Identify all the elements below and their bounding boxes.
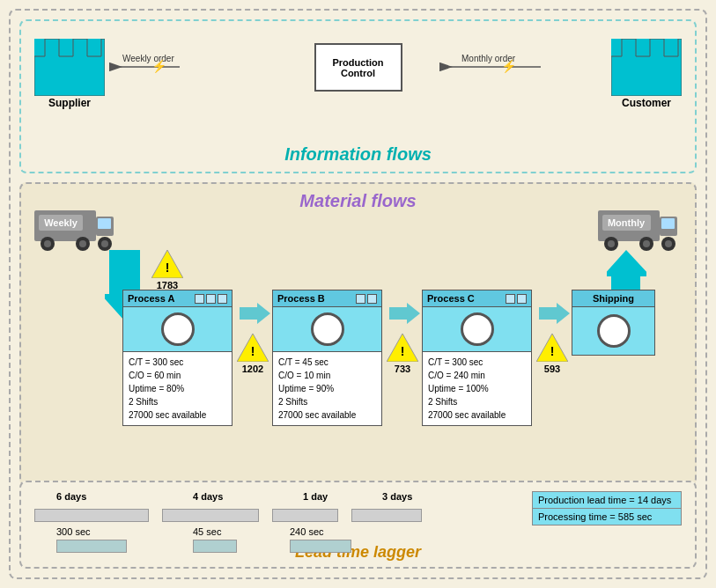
summary-box: Production lead time = 14 days Processin… [532, 491, 682, 526]
svg-rect-13 [98, 218, 111, 229]
material-flows-area: Material flows Weekly [19, 182, 697, 486]
process-a-label: Process A [128, 293, 174, 304]
process-b-shifts: 2 Shifts [278, 395, 376, 408]
info-flows-area: Information flows Supplier Customer Prod… [19, 19, 697, 173]
svg-point-30 [665, 240, 672, 247]
warning-733: ! 733 [387, 334, 418, 374]
material-flows-label: Material flows [299, 191, 416, 211]
process-a-uptime: Uptime = 80% [129, 382, 226, 395]
svg-text:Monthly: Monthly [608, 217, 646, 228]
process-b-ct: C/T = 45 sec [278, 356, 376, 369]
lead-time-area: Lead time lagger 6 days 300 sec 4 days 4… [19, 481, 697, 569]
sec-3: 240 sec [290, 526, 324, 537]
sec-2: 45 sec [193, 526, 221, 537]
process-b-label: Process B [277, 293, 325, 304]
process-c-uptime: Uptime = 100% [428, 382, 526, 395]
days-4: 3 days [382, 491, 412, 502]
svg-text:Weekly: Weekly [44, 217, 78, 228]
process-a-box: Process A C/T = 300 sec C/O = 60 min Upt… [122, 290, 233, 426]
days-2: 4 days [193, 491, 223, 502]
timeline-sec-bar-2 [193, 540, 237, 553]
lead-time-summary: Production lead time = 14 days [533, 492, 681, 509]
weekly-truck: Weekly [34, 206, 118, 256]
timeline-sec-bar-3 [290, 540, 351, 553]
svg-text:!: ! [550, 344, 555, 358]
svg-text:!: ! [166, 261, 170, 275]
timeline-bar-4 [351, 509, 422, 522]
svg-marker-43 [539, 303, 570, 324]
warning-593: ! 593 [536, 334, 568, 374]
days-3: 1 day [303, 491, 328, 502]
shipping-label: Shipping [593, 293, 634, 304]
svg-rect-24 [661, 218, 675, 229]
process-c-co: C/O = 240 min [428, 369, 526, 382]
svg-point-28 [643, 240, 650, 247]
process-b-uptime: Uptime = 90% [278, 382, 376, 395]
svg-text:Weekly order: Weekly order [122, 54, 174, 63]
sec-1: 300 sec [56, 526, 91, 537]
process-a-ct: C/T = 300 sec [129, 356, 226, 369]
process-a-shifts: 2 Shifts [129, 395, 226, 408]
process-a-co: C/O = 60 min [129, 369, 226, 382]
svg-marker-40 [389, 303, 420, 324]
warning-733-label: 733 [387, 364, 418, 374]
shipping-box: Shipping [572, 290, 655, 356]
processing-time-summary: Processing time = 585 sec [533, 509, 681, 525]
days-1: 6 days [56, 491, 86, 502]
arrow-c-to-shipping [539, 303, 570, 327]
main-container: Information flows Supplier Customer Prod… [9, 9, 707, 579]
warning-1202-label: 1202 [237, 364, 269, 374]
svg-point-15 [44, 240, 51, 247]
process-c-box: Process C C/T = 300 sec C/O = 240 min Up… [422, 290, 532, 426]
monthly-truck: Monthly [598, 206, 682, 256]
process-b-box: Process B C/T = 45 sec C/O = 10 min Upti… [272, 290, 382, 426]
svg-point-26 [608, 240, 615, 247]
warning-593-label: 593 [536, 364, 568, 374]
timeline-sec-bar-1 [56, 540, 127, 553]
svg-point-19 [101, 240, 108, 247]
process-b-co: C/O = 10 min [278, 369, 376, 382]
process-a-available: 27000 sec available [129, 408, 226, 422]
warning-1783: ! 1783 [151, 250, 183, 290]
process-c-available: 27000 sec available [428, 408, 526, 422]
process-c-label: Process C [427, 293, 475, 304]
warning-1202: ! 1202 [237, 334, 269, 374]
process-c-ct: C/T = 300 sec [428, 356, 526, 369]
timeline-bar-2 [162, 509, 259, 522]
svg-text:!: ! [401, 344, 405, 358]
process-c-shifts: 2 Shifts [428, 395, 526, 408]
info-flow-arrows: Weekly order ⚡ Monthly order ⚡ [21, 21, 695, 172]
svg-text:⚡: ⚡ [151, 59, 167, 74]
svg-marker-37 [240, 303, 270, 324]
timeline-bar-1 [34, 509, 149, 522]
svg-text:!: ! [251, 344, 255, 358]
arrow-a-to-b [240, 303, 270, 327]
svg-text:⚡: ⚡ [501, 59, 517, 74]
process-b-available: 27000 sec available [278, 408, 376, 422]
timeline-bar-3 [272, 509, 338, 522]
arrow-b-to-c [389, 303, 420, 327]
svg-point-17 [79, 240, 86, 247]
